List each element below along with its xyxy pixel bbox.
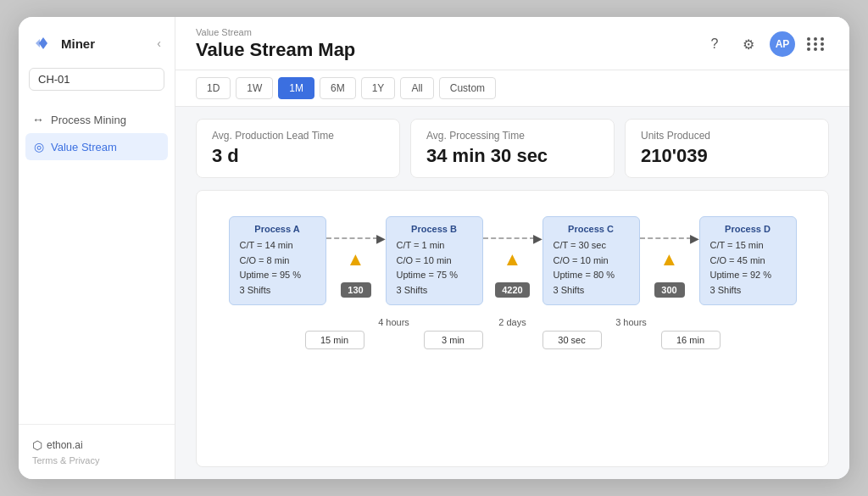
process-block-d: Process D C/T = 15 min C/O = 45 min Upti… [699, 216, 797, 305]
metric-cards: Avg. Production Lead Time 3 d Avg. Proce… [175, 107, 849, 190]
help-icon[interactable]: ? [702, 31, 727, 57]
warning-icon-b-c: ▲ [504, 248, 522, 270]
time-filters: 1D 1W 1M 6M 1Y All Custom [175, 70, 849, 107]
arrow-b-c: ▶ ▲ 4220 [483, 231, 542, 298]
timeline-segment-gap-bc: 2 days [483, 317, 542, 354]
filter-6m[interactable]: 6M [320, 77, 356, 99]
filter-1y[interactable]: 1Y [361, 77, 396, 99]
timeline-segment-b: - 3 min [424, 317, 483, 349]
main-header: Value Stream Value Stream Map ? ⚙ AP [175, 17, 849, 70]
sidebar-item-process-mining[interactable]: ↔ Process Mining [19, 106, 175, 133]
inventory-a-b: 130 [341, 282, 371, 298]
sidebar-nav: ↔ Process Mining ◎ Value Stream [19, 103, 175, 424]
filter-1d[interactable]: 1D [196, 77, 231, 99]
main-content: Value Stream Value Stream Map ? ⚙ AP [175, 17, 849, 479]
channel-select[interactable]: CH-01 [29, 68, 164, 91]
inventory-b-c: 4220 [495, 282, 529, 298]
sidebar-item-value-stream[interactable]: ◎ Value Stream [25, 133, 168, 160]
vsm-processes: Process A C/T = 14 min C/O = 8 min Uptim… [214, 208, 811, 305]
metric-value-units: 210'039 [641, 145, 813, 167]
arrow-a-b: ▶ ▲ 130 [326, 231, 386, 298]
arrow-c-d: ▶ ▲ 300 [640, 231, 699, 298]
timeline-segment-a: - 15 min [305, 317, 364, 349]
process-card-c: Process C C/T = 30 sec C/O = 10 min Upti… [542, 216, 640, 305]
breadcrumb: Value Stream [196, 27, 355, 37]
metric-value-lead-time: 3 d [212, 145, 384, 167]
timeline-box-b: 3 min [424, 331, 483, 349]
process-block-a: Process A C/T = 14 min C/O = 8 min Uptim… [229, 216, 326, 305]
timeline-segment-d: - 16 min [661, 317, 721, 349]
process-card-a: Process A C/T = 14 min C/O = 8 min Uptim… [229, 216, 326, 305]
timeline-label-bc: 2 days [498, 317, 526, 327]
value-stream-icon: ◎ [34, 140, 44, 153]
filter-1m[interactable]: 1M [278, 77, 314, 99]
warning-icon-a-b: ▲ [347, 248, 365, 270]
filter-1w[interactable]: 1W [236, 77, 273, 99]
timeline-label-ab: 4 hours [378, 317, 409, 327]
metric-card-units: Units Produced 210'039 [625, 119, 829, 178]
app-name: Miner [61, 36, 95, 51]
inventory-c-d: 300 [654, 282, 685, 298]
process-mining-icon: ↔ [32, 113, 44, 126]
grid-icon[interactable] [804, 31, 829, 57]
timeline-box-c: 30 sec [542, 331, 602, 349]
brand-icon: ⬡ [32, 438, 42, 452]
page-title: Value Stream Map [196, 39, 355, 61]
filter-custom[interactable]: Custom [439, 77, 496, 99]
avatar[interactable]: AP [770, 31, 795, 57]
filter-all[interactable]: All [400, 77, 433, 99]
brand-name: ethon.ai [47, 439, 83, 451]
sidebar-footer: ⬡ ethon.ai Terms & Privacy [19, 424, 175, 479]
metric-label-lead-time: Avg. Production Lead Time [212, 130, 384, 142]
timeline-segment-gap-cd: 3 hours [602, 317, 661, 354]
process-block-b: Process B C/T = 1 min C/O = 10 min Uptim… [386, 216, 483, 305]
footer-links[interactable]: Terms & Privacy [32, 455, 161, 465]
timeline-segment-c: - 30 sec [542, 317, 602, 349]
sidebar: Miner ‹ CH-01 ↔ Process Mining ◎ Value S… [19, 17, 175, 479]
collapse-button[interactable]: ‹ [157, 36, 161, 50]
timeline-label-cd: 3 hours [615, 317, 647, 327]
logo-icon [32, 32, 54, 54]
timeline-row: - 15 min 4 hours - 3 min 2 days [214, 317, 811, 354]
timeline-segment-gap-ab: 4 hours [364, 317, 424, 354]
metric-card-lead-time: Avg. Production Lead Time 3 d [196, 119, 400, 178]
metric-value-processing-time: 34 min 30 sec [426, 145, 598, 167]
vsm-area: Process A C/T = 14 min C/O = 8 min Uptim… [196, 190, 829, 467]
process-card-d: Process D C/T = 15 min C/O = 45 min Upti… [699, 216, 797, 305]
warning-icon-c-d: ▲ [660, 248, 679, 270]
metric-label-units: Units Produced [641, 130, 813, 142]
header-icons: ? ⚙ AP [702, 31, 829, 57]
metric-label-processing-time: Avg. Processing Time [426, 130, 598, 142]
settings-icon[interactable]: ⚙ [736, 31, 761, 57]
process-block-c: Process C C/T = 30 sec C/O = 10 min Upti… [542, 216, 640, 305]
timeline-box-a: 15 min [305, 331, 364, 349]
process-card-b: Process B C/T = 1 min C/O = 10 min Uptim… [386, 216, 483, 305]
metric-card-processing-time: Avg. Processing Time 34 min 30 sec [410, 119, 615, 178]
timeline-box-d: 16 min [661, 331, 721, 349]
